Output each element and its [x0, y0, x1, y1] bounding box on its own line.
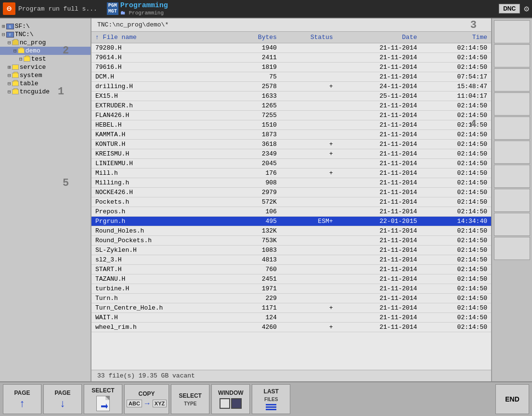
table-row[interactable]: wheel_rim.h4260+21-11-201402:14:50	[91, 323, 491, 332]
right-btn-8[interactable]	[494, 189, 530, 212]
table-row[interactable]: SL-Zyklen.H108321-11-201402:14:50	[91, 246, 491, 255]
header-left: ⊖ Program run full s...	[3, 2, 97, 15]
table-row[interactable]: DCM.H7521-11-201407:54:17	[91, 72, 491, 82]
sidebar-item-tnc[interactable]: ⊟ T TNC:\	[0, 30, 91, 39]
right-btn-4[interactable]	[494, 92, 530, 116]
table-row[interactable]: Turn_Centre_Hole.h1171+21-11-201402:14:5…	[91, 303, 491, 313]
file-bytes: 2578	[232, 82, 281, 91]
table-row[interactable]: WAIT.H12421-11-201402:14:50	[91, 313, 491, 323]
header-center: PGM MGT Programming 🖿 Programming	[107, 1, 168, 16]
right-btn-9[interactable]	[494, 213, 530, 236]
page-down-label: PAGE	[54, 390, 70, 396]
table-row[interactable]: 79280.H194021-11-201402:14:50	[91, 43, 491, 53]
folder-icon-demo	[18, 48, 25, 53]
file-bytes: 908	[232, 178, 281, 188]
file-status	[281, 188, 337, 197]
table-row[interactable]: NOCKE426.H297921-11-201402:14:50	[91, 188, 491, 197]
sidebar-item-nc_prog[interactable]: ⊟ nc_prog	[0, 39, 91, 47]
file-status: +	[281, 323, 337, 332]
right-btn-5[interactable]	[494, 117, 530, 140]
page-up-label: PAGE	[14, 390, 30, 396]
file-status	[281, 178, 337, 188]
file-name: SL-Zyklen.H	[91, 246, 232, 255]
select-label: SELECT	[91, 387, 114, 394]
file-bytes: 229	[232, 294, 281, 303]
file-bytes: 2411	[232, 53, 281, 63]
col-name: ↑ File name	[91, 32, 232, 43]
label-5: 5	[63, 177, 69, 189]
table-row[interactable]: Milling.h90821-11-201402:14:50	[91, 178, 491, 188]
table-row[interactable]: 79616.H181921-11-201402:14:50	[91, 63, 491, 72]
file-table-wrapper[interactable]: 4 ↑ File name Bytes Status Date Time	[91, 32, 491, 370]
file-table-header: ↑ File name Bytes Status Date Time	[91, 32, 491, 43]
sidebar-item-system[interactable]: ⊟ system	[0, 71, 91, 79]
copy-button[interactable]: COPY ABC → XYZ	[124, 384, 169, 414]
disk-icon-sf: S	[6, 24, 14, 29]
file-time: 15:48:47	[421, 82, 491, 91]
right-btn-3[interactable]	[494, 68, 530, 91]
right-btn-2[interactable]	[494, 44, 530, 67]
table-row[interactable]: Round_Holes.h132K21-11-201402:14:50	[91, 226, 491, 236]
arrow-right-icon: →	[143, 399, 151, 408]
last-files-button[interactable]: LAST FILES	[252, 384, 290, 414]
file-bytes: 124	[232, 313, 281, 323]
table-row[interactable]: FLAN426.H725521-11-201402:14:50	[91, 111, 491, 120]
table-row[interactable]: KREISMU.H2349+21-11-201402:14:50	[91, 149, 491, 159]
file-time: 02:14:50	[421, 130, 491, 140]
file-name: NOCKE426.H	[91, 188, 232, 197]
table-row[interactable]: LINIENMU.H204521-11-201402:14:50	[91, 159, 491, 169]
table-row[interactable]: drilling.H2578+24-11-201415:48:47	[91, 82, 491, 91]
file-time: 02:14:50	[421, 120, 491, 130]
table-row[interactable]: EXTRUDER.h126521-11-201402:14:50	[91, 101, 491, 111]
select-button[interactable]: SELECT	[84, 384, 122, 414]
sidebar-item-table[interactable]: ⊟ table	[0, 79, 91, 88]
right-btn-10[interactable]	[494, 237, 530, 260]
right-btn-1[interactable]	[494, 20, 530, 43]
table-row[interactable]: KONTUR.H3618+21-11-201402:14:50	[91, 140, 491, 149]
file-bytes: 1083	[232, 246, 281, 255]
file-bytes: 2349	[232, 149, 281, 159]
table-row[interactable]: TAZANU.H245121-11-201402:14:50	[91, 274, 491, 284]
file-name: Milling.h	[91, 178, 232, 188]
page-down-button[interactable]: PAGE ↓	[43, 384, 82, 414]
right-btn-6[interactable]	[494, 141, 530, 164]
table-row[interactable]: EX15.H163325-11-201411:04:17	[91, 91, 491, 101]
table-row[interactable]: START.H76021-11-201402:14:50	[91, 265, 491, 274]
right-btn-7[interactable]	[494, 165, 530, 188]
sidebar-item-sf[interactable]: ⊞ S SF:\	[0, 22, 91, 30]
table-row[interactable]: HEBEL.H151021-11-201402:14:50	[91, 120, 491, 130]
table-row[interactable]: sl2_3.H481321-11-201402:14:50	[91, 255, 491, 265]
table-row[interactable]: KAMMTA.H187321-11-201402:14:50	[91, 130, 491, 140]
sidebar-item-tncguide[interactable]: ⊟ tncguide	[0, 88, 91, 96]
table-row[interactable]: Pockets.h572K21-11-201402:14:50	[91, 197, 491, 207]
table-row[interactable]: Round_Pockets.h753K21-11-201402:14:50	[91, 236, 491, 246]
table-row[interactable]: Prepos.h10621-11-201402:14:50	[91, 207, 491, 217]
file-date: 25-11-2014	[337, 91, 421, 101]
sidebar-item-service[interactable]: ⊞ service	[0, 63, 91, 71]
status-bar: 33 file(s) 19.35 GB vacant	[91, 370, 491, 381]
select-type-button[interactable]: SELECT TYPE	[171, 384, 209, 414]
sidebar-item-demo[interactable]: ⊟ demo	[0, 47, 91, 55]
table-row[interactable]: turbine.H197121-11-201402:14:50	[91, 284, 491, 294]
sidebar-label-system: system	[20, 72, 42, 79]
file-time: 02:14:50	[421, 178, 491, 188]
win-box-2	[231, 398, 242, 409]
file-name: HEBEL.H	[91, 120, 232, 130]
page-up-button[interactable]: PAGE ↑	[3, 384, 41, 414]
dnc-button[interactable]: DNC	[499, 4, 520, 13]
file-time: 02:14:50	[421, 226, 491, 236]
window-button[interactable]: WINDOW	[211, 384, 250, 414]
end-button[interactable]: END	[495, 384, 529, 414]
win-box-1	[220, 398, 230, 409]
table-row[interactable]: 79614.H241121-11-201402:14:50	[91, 53, 491, 63]
table-row[interactable]: Turn.h22921-11-201402:14:50	[91, 294, 491, 303]
table-row[interactable]: Prgrun.h495ESM+22-01-201514:34:40	[91, 217, 491, 226]
file-name: Pockets.h	[91, 197, 232, 207]
table-row[interactable]: Mill.h176+21-11-201402:14:50	[91, 169, 491, 178]
file-date: 21-11-2014	[337, 130, 421, 140]
file-date: 21-11-2014	[337, 246, 421, 255]
sidebar-item-test[interactable]: ⊟ test	[0, 55, 91, 63]
file-date: 21-11-2014	[337, 101, 421, 111]
file-status: +	[281, 303, 337, 313]
arrow-up-icon: ↑	[20, 398, 25, 409]
